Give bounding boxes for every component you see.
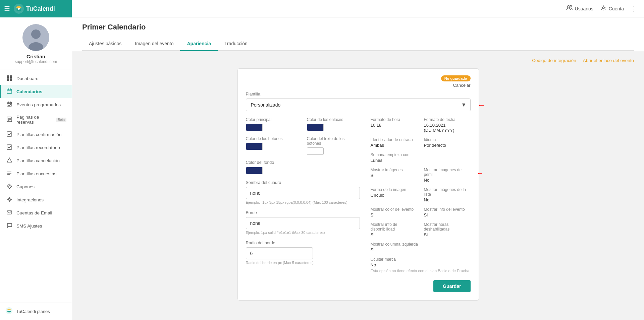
integraciones-icon [6, 197, 12, 203]
mostrar-horas-cell: Mostrar horas deshabilitadas Si [424, 222, 471, 237]
forma-imagen-value: Círculo [371, 193, 417, 198]
encuestas-icon [6, 171, 12, 177]
sidebar-item-sms-label: SMS Ajustes [16, 223, 42, 229]
mostrar-horas-label: Mostrar horas deshabilitadas [424, 222, 471, 232]
user-email: support@tucalendi.com [15, 59, 57, 64]
not-saved-badge: No guardado [441, 75, 471, 81]
topbar-cuenta[interactable]: Cuenta [600, 4, 624, 13]
color-fondo-swatch[interactable] [246, 167, 263, 174]
svg-rect-22 [7, 145, 12, 149]
color-botones-swatch[interactable] [246, 143, 263, 150]
color-fondo-label: Color del fondo [246, 160, 360, 165]
form-right-col: Formato de hora 16:18 Formato de fecha 1… [371, 117, 471, 273]
hamburger-icon[interactable]: ☰ [4, 5, 10, 13]
sidebar-header: ☰ TuCalendi [0, 0, 72, 17]
identificador-label: Identificador de entrada [371, 137, 417, 142]
formato-fecha-value: 16.10.2021 (DD.MM.YYYY) [424, 123, 471, 133]
sidebar-item-cancelacion-label: Plantillas cancelación [16, 158, 60, 163]
sidebar-item-dashboard-label: Dashboard [16, 76, 39, 81]
form-left-col: Color principal Color de los enlaces Col… [246, 117, 360, 273]
mostrar-color-cell: Mostrar color del evento Si [371, 207, 417, 217]
mostrar-info-value: Si [424, 212, 471, 217]
sms-icon [6, 223, 12, 229]
ocultar-marca-note: Esta opción no tiene efecto con el plan … [371, 268, 471, 273]
topbar-usuarios[interactable]: Usuarios [566, 4, 593, 13]
sidebar-item-calendarios[interactable]: Calendarios [0, 85, 72, 98]
mostrar-disponibilidad-label: Mostrar info de disponibilidad [371, 222, 417, 232]
sombra-hint: Ejemplo: -1px 3px 15px rgba(0,0,0,0.04) … [246, 200, 360, 204]
save-button[interactable]: Guardar [433, 280, 470, 292]
sidebar-item-email-label: Cuentas de Email [16, 210, 52, 215]
mostrar-columna-value: Si [371, 247, 471, 252]
beta-badge: Beta [56, 118, 66, 122]
radio-field: Radio del borde Radio del borde en px (M… [246, 241, 360, 265]
formato-hora-value: 16:18 [371, 123, 417, 128]
mostrar-columna-cell: Mostrar columna izquierda Si [371, 242, 471, 252]
color-principal-swatch[interactable] [246, 124, 263, 131]
sidebar-item-calendarios-label: Calendarios [16, 89, 42, 94]
borde-hint: Ejemplo: 1px solid #e1e1e1 (Max 30 carac… [246, 231, 360, 235]
mostrar-imagenes-perfil-label: Mostrar imagenes de perfil [424, 168, 471, 177]
sidebar-item-confirmacion[interactable]: Plantillas confirmación [0, 128, 72, 141]
tab-traduccion[interactable]: Traducción [218, 37, 254, 51]
template-select-wrapper: Personalizado Default Minimal ▼ ← [246, 99, 471, 111]
sidebar-item-eventos[interactable]: Eventos programados [0, 98, 72, 111]
ocultar-marca-cell: Ocultar marca No Esta opción no tiene ef… [371, 257, 471, 273]
svg-point-31 [8, 310, 10, 311]
user-name: Cristian [26, 54, 45, 59]
svg-rect-9 [7, 89, 12, 93]
recordatorio-icon [6, 144, 12, 151]
mostrar-imagenes-perfil-value: No [424, 178, 471, 183]
idioma-label: Idioma [424, 137, 471, 142]
sombra-input[interactable] [246, 187, 360, 199]
radio-input[interactable] [246, 247, 313, 259]
formato-hora-label: Formato de hora [371, 117, 417, 122]
logo-icon [13, 3, 24, 14]
cancel-link[interactable]: Cancelar [453, 83, 470, 88]
red-arrow-perfil: ← [477, 169, 484, 178]
sidebar-item-encuestas[interactable]: Plantillas encuestas [0, 167, 72, 180]
sidebar-item-cancelacion[interactable]: Plantillas cancelación [0, 154, 72, 167]
sidebar: ☰ TuCalendi Cristian support@tucalendi.c… [0, 0, 72, 320]
template-field: Plantilla Personalizado Default Minimal … [246, 92, 471, 111]
mostrar-info-label: Mostrar info del evento [424, 207, 471, 212]
sidebar-item-paginas[interactable]: Páginas de reservas Beta [0, 111, 72, 128]
color-texto-botones-swatch[interactable] [307, 147, 324, 155]
page-title: Primer Calendario [82, 23, 634, 31]
template-select[interactable]: Personalizado Default Minimal [246, 99, 471, 111]
idioma-value: Por defecto [424, 143, 471, 148]
color-enlaces-swatch[interactable] [307, 124, 324, 131]
sidebar-item-dashboard[interactable]: Dashboard [0, 72, 72, 85]
borde-input[interactable] [246, 217, 360, 229]
sidebar-item-recordatorio[interactable]: Plantillas recordatorio [0, 141, 72, 154]
mostrar-imagenes-cell: Mostrar imágenes Si [371, 168, 417, 183]
formato-fecha-cell: Formato de fecha 16.10.2021 (DD.MM.YYYY) [424, 117, 471, 133]
mostrar-disponibilidad-cell: Mostrar info de disponibilidad Si [371, 222, 417, 237]
eventos-icon [6, 102, 12, 108]
tab-ajustes[interactable]: Ajustes básicos [82, 37, 128, 51]
sidebar-item-cupones[interactable]: Cupones [0, 180, 72, 193]
mostrar-color-value: Si [371, 212, 417, 217]
sidebar-footer[interactable]: TuCalendi planes [0, 303, 72, 320]
sidebar-item-email[interactable]: Cuentas de Email [0, 206, 72, 219]
formato-fecha-label: Formato de fecha [424, 117, 471, 122]
integration-code-link[interactable]: Codigo de integración [532, 58, 576, 63]
sidebar-item-sms[interactable]: SMS Ajustes [0, 219, 72, 233]
more-options-icon[interactable]: ⋮ [631, 5, 637, 13]
tab-apariencia[interactable]: Apariencia [180, 37, 218, 51]
usuarios-label: Usuarios [575, 6, 593, 11]
sidebar-item-recordatorio-label: Plantillas recordatorio [16, 145, 60, 150]
sidebar-item-integraciones[interactable]: Integraciones [0, 193, 72, 206]
open-event-link[interactable]: Abrir el enlace del evento [583, 58, 634, 63]
svg-point-1 [18, 8, 20, 10]
svg-rect-7 [7, 78, 9, 81]
identificador-cell: Identificador de entrada Ambas [371, 137, 417, 148]
tab-imagen[interactable]: Imagen del evento [128, 37, 180, 51]
logo-container[interactable]: TuCalendi [13, 3, 55, 14]
mostrar-imagenes-value: Si [371, 173, 417, 178]
mostrar-info-cell: Mostrar info del evento Si [424, 207, 471, 217]
cuenta-label: Cuenta [609, 6, 624, 11]
confirmacion-icon [6, 131, 12, 138]
svg-rect-8 [10, 78, 12, 81]
calendarios-icon [6, 88, 12, 95]
